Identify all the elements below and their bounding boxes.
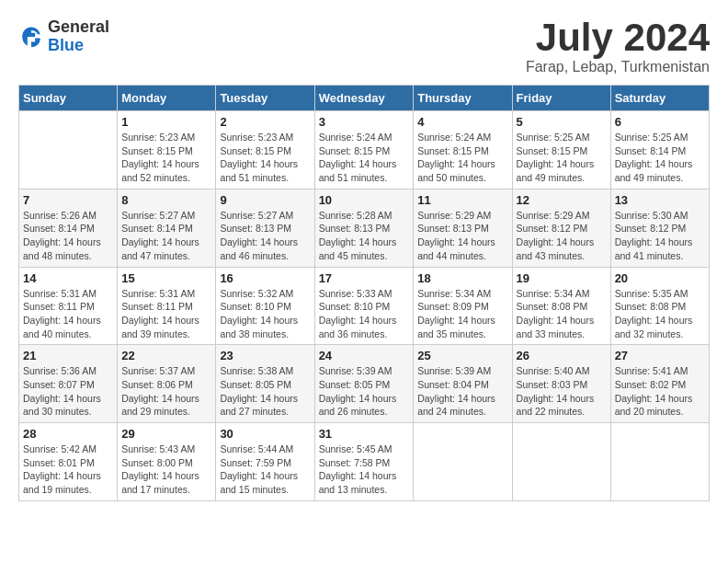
day-info: Sunrise: 5:28 AMSunset: 8:13 PMDaylight:…	[319, 209, 410, 263]
day-number: 30	[220, 427, 310, 441]
day-number: 3	[319, 115, 410, 129]
day-number: 5	[517, 115, 607, 129]
day-number: 18	[417, 271, 507, 285]
day-info: Sunrise: 5:27 AMSunset: 8:13 PMDaylight:…	[220, 209, 310, 263]
day-info: Sunrise: 5:27 AMSunset: 8:14 PMDaylight:…	[121, 209, 211, 263]
calendar-cell: 25Sunrise: 5:39 AMSunset: 8:04 PMDayligh…	[414, 345, 512, 423]
calendar-week-row: 21Sunrise: 5:36 AMSunset: 8:07 PMDayligh…	[19, 345, 710, 423]
day-number: 1	[121, 115, 211, 129]
calendar: SundayMondayTuesdayWednesdayThursdayFrid…	[18, 85, 710, 501]
day-info: Sunrise: 5:23 AMSunset: 8:15 PMDaylight:…	[121, 131, 211, 185]
calendar-header-row: SundayMondayTuesdayWednesdayThursdayFrid…	[19, 86, 710, 111]
calendar-cell: 27Sunrise: 5:41 AMSunset: 8:02 PMDayligh…	[610, 345, 709, 423]
day-info: Sunrise: 5:25 AMSunset: 8:14 PMDaylight:…	[615, 131, 705, 185]
day-info: Sunrise: 5:29 AMSunset: 8:13 PMDaylight:…	[417, 209, 507, 263]
day-info: Sunrise: 5:36 AMSunset: 8:07 PMDaylight:…	[23, 364, 113, 419]
calendar-cell: 13Sunrise: 5:30 AMSunset: 8:12 PMDayligh…	[610, 189, 709, 267]
calendar-cell: 11Sunrise: 5:29 AMSunset: 8:13 PMDayligh…	[414, 189, 512, 267]
day-info: Sunrise: 5:31 AMSunset: 8:11 PMDaylight:…	[23, 287, 113, 341]
day-info: Sunrise: 5:25 AMSunset: 8:15 PMDaylight:…	[517, 131, 607, 185]
calendar-cell: 18Sunrise: 5:34 AMSunset: 8:09 PMDayligh…	[414, 267, 512, 345]
day-number: 4	[417, 115, 507, 129]
day-info: Sunrise: 5:23 AMSunset: 8:15 PMDaylight:…	[220, 131, 310, 185]
day-info: Sunrise: 5:24 AMSunset: 8:15 PMDaylight:…	[417, 131, 507, 185]
day-number: 13	[615, 193, 705, 207]
day-number: 22	[121, 349, 211, 362]
calendar-day-header: Monday	[118, 86, 216, 111]
calendar-cell: 1Sunrise: 5:23 AMSunset: 8:15 PMDaylight…	[118, 111, 216, 190]
calendar-cell: 3Sunrise: 5:24 AMSunset: 8:15 PMDaylight…	[314, 111, 414, 190]
day-number: 19	[517, 271, 607, 285]
main-title: July 2024	[526, 18, 710, 57]
calendar-cell: 20Sunrise: 5:35 AMSunset: 8:08 PMDayligh…	[610, 267, 709, 345]
day-info: Sunrise: 5:45 AMSunset: 7:58 PMDaylight:…	[319, 442, 410, 497]
day-number: 26	[517, 349, 607, 362]
calendar-cell: 31Sunrise: 5:45 AMSunset: 7:58 PMDayligh…	[314, 423, 414, 501]
day-number: 2	[220, 115, 310, 129]
calendar-day-header: Sunday	[19, 86, 118, 111]
day-number: 16	[220, 271, 310, 285]
day-info: Sunrise: 5:37 AMSunset: 8:06 PMDaylight:…	[121, 364, 211, 419]
calendar-cell	[19, 111, 118, 190]
calendar-cell	[414, 423, 512, 501]
day-info: Sunrise: 5:34 AMSunset: 8:09 PMDaylight:…	[417, 287, 507, 341]
calendar-cell: 4Sunrise: 5:24 AMSunset: 8:15 PMDaylight…	[414, 111, 512, 190]
day-info: Sunrise: 5:30 AMSunset: 8:12 PMDaylight:…	[615, 209, 705, 263]
day-info: Sunrise: 5:39 AMSunset: 8:04 PMDaylight:…	[417, 364, 507, 419]
day-number: 23	[220, 349, 310, 362]
calendar-day-header: Saturday	[610, 86, 709, 111]
day-number: 21	[23, 349, 113, 362]
day-number: 8	[121, 193, 211, 207]
calendar-day-header: Friday	[512, 86, 610, 111]
day-info: Sunrise: 5:26 AMSunset: 8:14 PMDaylight:…	[23, 209, 113, 263]
subtitle: Farap, Lebap, Turkmenistan	[526, 59, 710, 75]
logo: General Blue	[18, 18, 109, 55]
day-info: Sunrise: 5:34 AMSunset: 8:08 PMDaylight:…	[517, 287, 607, 341]
calendar-cell: 29Sunrise: 5:43 AMSunset: 8:00 PMDayligh…	[118, 423, 216, 501]
calendar-cell: 8Sunrise: 5:27 AMSunset: 8:14 PMDaylight…	[118, 189, 216, 267]
calendar-cell: 28Sunrise: 5:42 AMSunset: 8:01 PMDayligh…	[19, 423, 118, 501]
calendar-cell: 26Sunrise: 5:40 AMSunset: 8:03 PMDayligh…	[512, 345, 610, 423]
day-number: 27	[615, 349, 705, 362]
day-info: Sunrise: 5:33 AMSunset: 8:10 PMDaylight:…	[319, 287, 410, 341]
calendar-cell: 24Sunrise: 5:39 AMSunset: 8:05 PMDayligh…	[314, 345, 414, 423]
day-info: Sunrise: 5:42 AMSunset: 8:01 PMDaylight:…	[23, 442, 113, 497]
day-info: Sunrise: 5:41 AMSunset: 8:02 PMDaylight:…	[615, 364, 705, 419]
day-info: Sunrise: 5:40 AMSunset: 8:03 PMDaylight:…	[517, 364, 607, 419]
day-number: 29	[121, 427, 211, 441]
day-info: Sunrise: 5:39 AMSunset: 8:05 PMDaylight:…	[319, 364, 410, 419]
calendar-cell: 30Sunrise: 5:44 AMSunset: 7:59 PMDayligh…	[216, 423, 314, 501]
day-number: 6	[615, 115, 705, 129]
calendar-cell: 12Sunrise: 5:29 AMSunset: 8:12 PMDayligh…	[512, 189, 610, 267]
day-number: 24	[319, 349, 410, 362]
day-number: 10	[319, 193, 410, 207]
logo-icon	[18, 24, 44, 50]
day-info: Sunrise: 5:29 AMSunset: 8:12 PMDaylight:…	[517, 209, 607, 263]
day-number: 11	[417, 193, 507, 207]
day-info: Sunrise: 5:32 AMSunset: 8:10 PMDaylight:…	[220, 287, 310, 341]
day-number: 25	[417, 349, 507, 362]
calendar-week-row: 28Sunrise: 5:42 AMSunset: 8:01 PMDayligh…	[19, 423, 710, 501]
calendar-week-row: 1Sunrise: 5:23 AMSunset: 8:15 PMDaylight…	[19, 111, 710, 190]
day-number: 7	[23, 193, 113, 207]
day-number: 14	[23, 271, 113, 285]
day-number: 31	[319, 427, 410, 441]
logo-text: General Blue	[48, 18, 109, 55]
calendar-cell: 16Sunrise: 5:32 AMSunset: 8:10 PMDayligh…	[216, 267, 314, 345]
day-number: 9	[220, 193, 310, 207]
day-info: Sunrise: 5:31 AMSunset: 8:11 PMDaylight:…	[121, 287, 211, 341]
page-header: General Blue July 2024 Farap, Lebap, Tur…	[18, 18, 710, 75]
day-number: 20	[615, 271, 705, 285]
calendar-cell: 6Sunrise: 5:25 AMSunset: 8:14 PMDaylight…	[610, 111, 709, 190]
day-number: 28	[23, 427, 113, 441]
calendar-cell: 15Sunrise: 5:31 AMSunset: 8:11 PMDayligh…	[118, 267, 216, 345]
calendar-cell: 5Sunrise: 5:25 AMSunset: 8:15 PMDaylight…	[512, 111, 610, 190]
calendar-cell	[610, 423, 709, 501]
calendar-cell: 7Sunrise: 5:26 AMSunset: 8:14 PMDaylight…	[19, 189, 118, 267]
day-info: Sunrise: 5:44 AMSunset: 7:59 PMDaylight:…	[220, 442, 310, 497]
calendar-cell: 10Sunrise: 5:28 AMSunset: 8:13 PMDayligh…	[314, 189, 414, 267]
calendar-cell: 14Sunrise: 5:31 AMSunset: 8:11 PMDayligh…	[19, 267, 118, 345]
day-info: Sunrise: 5:24 AMSunset: 8:15 PMDaylight:…	[319, 131, 410, 185]
calendar-cell: 9Sunrise: 5:27 AMSunset: 8:13 PMDaylight…	[216, 189, 314, 267]
day-info: Sunrise: 5:35 AMSunset: 8:08 PMDaylight:…	[615, 287, 705, 341]
